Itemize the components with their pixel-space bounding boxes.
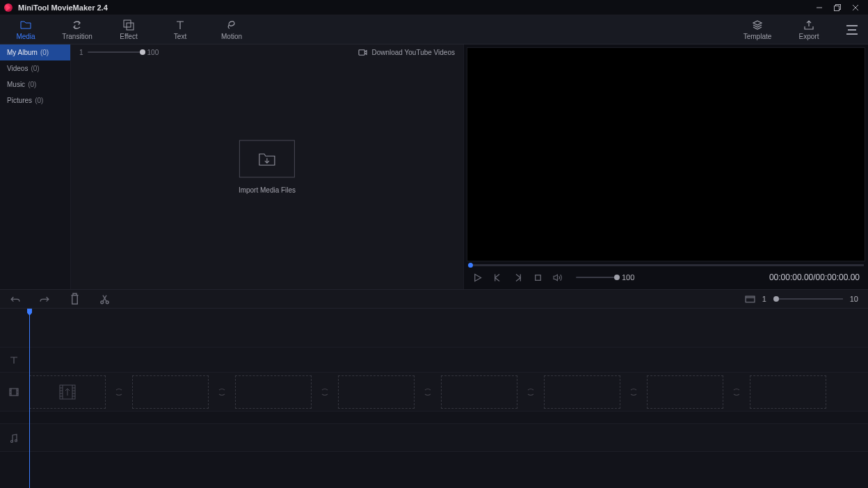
clip-slot[interactable] xyxy=(132,375,209,409)
audio-track-icon xyxy=(0,424,28,451)
text-track-icon xyxy=(0,348,28,372)
thumb-max: 100 xyxy=(147,49,159,56)
sidebar-item-label: Music xyxy=(7,81,25,88)
tab-effect[interactable]: Effect xyxy=(103,15,154,44)
transition-slot[interactable] xyxy=(725,375,748,409)
transition-slot[interactable] xyxy=(519,375,542,409)
clip-slot[interactable] xyxy=(29,375,106,409)
sidebar-item-videos[interactable]: Videos(0) xyxy=(0,60,70,76)
titlebar: MiniTool MovieMaker 2.4 xyxy=(0,0,868,15)
volume-control: 100 xyxy=(576,273,634,282)
next-frame-button[interactable] xyxy=(513,273,523,283)
transition-icon xyxy=(423,387,433,397)
volume-value: 100 xyxy=(622,273,634,282)
tab-text[interactable]: Text xyxy=(154,15,206,44)
redo-button[interactable] xyxy=(40,294,50,304)
sidebar-item-music[interactable]: Music(0) xyxy=(0,76,70,92)
split-button[interactable] xyxy=(99,294,110,304)
svg-rect-8 xyxy=(359,49,364,54)
scrub-slider[interactable] xyxy=(468,264,864,266)
folder-download-icon xyxy=(258,152,276,167)
transition-slot[interactable] xyxy=(107,375,131,409)
transition-slot[interactable] xyxy=(313,375,337,409)
video-track-icon xyxy=(0,373,28,411)
download-youtube-link[interactable]: Download YouTube Videos xyxy=(358,48,455,57)
export-label: Export xyxy=(799,33,819,40)
media-panel: 1 100 Download YouTube Videos Import Med… xyxy=(71,44,464,289)
maximize-button[interactable] xyxy=(829,0,846,15)
video-track[interactable] xyxy=(0,373,868,412)
playhead[interactable] xyxy=(29,309,30,488)
transition-slot[interactable] xyxy=(210,375,234,409)
import-media-button[interactable]: Import Media Files xyxy=(239,140,296,194)
sidebar-item-myalbum[interactable]: My Album(0) xyxy=(0,44,70,60)
menu-button[interactable] xyxy=(843,21,861,39)
clip-slot[interactable] xyxy=(544,375,620,409)
svg-rect-12 xyxy=(746,296,755,302)
video-preview[interactable] xyxy=(467,47,865,261)
volume-slider[interactable] xyxy=(576,277,618,278)
player-controls: 100 00:00:00.00/00:00:00.00 xyxy=(467,268,865,286)
sidebar-item-pictures[interactable]: Pictures(0) xyxy=(0,92,70,108)
tab-transition[interactable]: Transition xyxy=(51,15,103,44)
media-panel-top: 1 100 Download YouTube Videos xyxy=(71,44,463,60)
scrub-knob[interactable] xyxy=(468,263,473,268)
svg-rect-2 xyxy=(835,6,839,10)
video-clips xyxy=(28,373,868,411)
tab-motion[interactable]: Motion xyxy=(206,15,257,44)
undo-button[interactable] xyxy=(10,294,20,304)
tab-label: Media xyxy=(16,33,35,40)
clip-slot[interactable] xyxy=(750,375,826,409)
clip-slot[interactable] xyxy=(441,375,517,409)
mute-button[interactable] xyxy=(553,273,563,283)
sidebar-item-count: (0) xyxy=(40,49,49,56)
import-box xyxy=(239,140,295,178)
svg-point-31 xyxy=(11,440,13,442)
scrub-bar xyxy=(467,261,865,268)
tab-label: Effect xyxy=(120,33,137,40)
sidebar-item-label: Pictures xyxy=(7,97,32,104)
stop-button[interactable] xyxy=(533,273,543,283)
tab-label: Transition xyxy=(62,33,93,40)
minimize-button[interactable] xyxy=(811,0,828,15)
play-button[interactable] xyxy=(472,273,483,283)
download-label: Download YouTube Videos xyxy=(371,49,455,56)
toolbar: Media Transition Effect Text Motion Temp… xyxy=(0,15,868,44)
window-controls xyxy=(811,0,864,15)
timeline-ruler[interactable] xyxy=(0,309,868,348)
transition-icon xyxy=(217,387,227,397)
timeline xyxy=(0,309,868,488)
tab-media[interactable]: Media xyxy=(0,15,51,44)
template-button[interactable]: Template xyxy=(732,15,783,44)
sidebar: My Album(0) Videos(0) Music(0) Pictures(… xyxy=(0,44,71,289)
clip-slot[interactable] xyxy=(235,375,312,409)
svg-point-32 xyxy=(15,439,17,441)
thumb-min: 1 xyxy=(79,49,83,56)
app-title: MiniTool MovieMaker 2.4 xyxy=(18,3,108,12)
thumbnail-size-control: 1 100 xyxy=(79,49,159,56)
thumbnail-size-slider[interactable] xyxy=(88,51,143,53)
sidebar-item-label: My Album xyxy=(7,49,38,56)
main-area: My Album(0) Videos(0) Music(0) Pictures(… xyxy=(0,44,868,289)
zoom-min: 1 xyxy=(762,295,766,303)
film-icon xyxy=(58,383,77,401)
clip-slot[interactable] xyxy=(647,375,723,409)
zoom-slider[interactable] xyxy=(773,298,843,300)
transition-icon xyxy=(526,387,536,397)
export-button[interactable]: Export xyxy=(783,15,835,44)
text-track[interactable] xyxy=(0,348,868,373)
prev-frame-button[interactable] xyxy=(492,273,503,283)
close-button[interactable] xyxy=(847,0,864,15)
transition-slot[interactable] xyxy=(416,375,440,409)
svg-rect-9 xyxy=(536,275,541,280)
audio-track[interactable] xyxy=(0,424,868,452)
template-label: Template xyxy=(744,33,772,40)
transition-icon xyxy=(114,387,124,397)
toolbar-right: Template Export xyxy=(732,15,868,44)
delete-button[interactable] xyxy=(70,294,80,304)
clip-slot[interactable] xyxy=(338,375,415,409)
transition-slot[interactable] xyxy=(622,375,645,409)
preview-panel: 100 00:00:00.00/00:00:00.00 xyxy=(464,44,868,289)
fit-zoom-button[interactable] xyxy=(745,294,755,304)
timecode: 00:00:00.00/00:00:00.00 xyxy=(769,273,860,282)
